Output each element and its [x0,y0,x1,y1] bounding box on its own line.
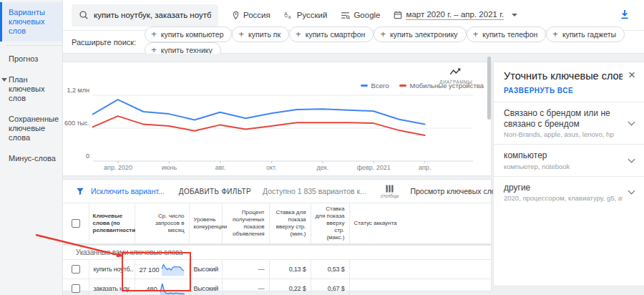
location-pin-icon [232,11,240,20]
expand-all-link[interactable]: РАЗВЕРНУТЬ ВСЕ [494,87,644,102]
volume-cell: 27 100 [135,260,189,279]
x-tick-label: июнь [162,164,177,171]
refine-group-title: другие [504,183,623,193]
filter-funnel-icon[interactable] [76,187,84,195]
columns-label: столбцы [381,193,399,198]
trend-chart [92,90,473,170]
keyword-planner-app: Варианты ключевых словПрогнозПлан ключев… [0,0,644,295]
exclude-variants-link[interactable]: Исключить вариант... [91,187,165,195]
vertical-scrollbar[interactable] [487,57,491,120]
column-header[interactable]: Уровень конкуренции [189,203,222,245]
sidebar-item-keyword-plan[interactable]: План ключевых слов [0,69,62,109]
legend-label: Всего [371,82,389,90]
network-selector[interactable]: Google [341,11,380,19]
sidebar-item-negative-keywords[interactable]: Минус-слова [0,148,62,169]
expand-chip[interactable]: +купить пк [232,26,289,42]
trend-chart-card: диаграммы ВсегоМобильные устройства 1,2 … [63,62,492,176]
filter-bar: Исключить вариант... ДОБАВИТЬ ФИЛЬТР Дос… [63,180,491,203]
expand-chip[interactable]: +купить гаджеты [546,26,625,42]
expand-chip[interactable]: +купить смартфон [289,26,374,42]
table-row: заказать ноу..480Высокий—0,22 $0,67 $ [63,279,491,295]
sidebar-divider [6,45,62,46]
row-checkbox[interactable] [72,284,80,293]
chart-legend: ВсегоМобильные устройства [361,82,484,90]
plus-icon: + [380,29,386,39]
date-range-selector[interactable]: март 2020 г. – апр. 2021 г. [394,10,517,20]
checkbox-cell [63,279,89,295]
location-selector[interactable]: Россия [232,11,270,20]
column-header[interactable]: Ставка для показа вверху стр. (мин.) [269,203,311,245]
refine-group-subtitle: компьютер, notebook [504,163,623,170]
chevron-down-icon [628,119,635,126]
keyword-cell: купить ноутб.. [89,260,135,279]
keywords-table-card: Исключить вариант... ДОБАВИТЬ ФИЛЬТР Дос… [63,179,492,291]
expand-chip[interactable]: +купить электронику [374,26,466,42]
y-tick-label: 600 тыс. [63,120,89,127]
legend-dash-icon [399,84,406,87]
refine-panel-title: Уточнить ключевые слова... [504,70,623,82]
volume-wrap: 480 [140,281,185,295]
column-header[interactable]: Статус аккаунта [349,203,491,245]
svg-text:A: A [284,11,288,17]
search-network-icon [341,11,350,19]
chip-label: купить технику [161,46,213,54]
plus-icon: + [296,29,301,39]
row-checkbox[interactable] [72,265,80,274]
legend-item[interactable]: Мобильные устройства [399,82,484,90]
x-tick-label: апр. [419,164,431,171]
sidebar-item-label: План ключевых слов [9,75,44,102]
expand-search-label: Расширьте поиск: [72,38,136,47]
search-input[interactable]: купить ноутбук, заказать ноутбук [72,4,218,26]
legend-item[interactable]: Всего [361,82,389,90]
x-tick-label: окт. [266,164,277,171]
column-header[interactable]: Ставка для показа вверху стр. (макс.) [311,203,349,245]
bid-high-cell: 0,67 $ [311,279,349,295]
legend-label: Мобильные устройства [410,82,484,90]
sidebar-item-saved-keywords[interactable]: Сохраненные ключевые слова [0,109,62,148]
language-selector[interactable]: Aa Русский [284,11,328,19]
plus-icon: + [552,29,558,39]
refine-group[interactable]: Связано с брендом или не связано с бренд… [494,102,644,144]
search-icon [79,10,88,20]
view-dropdown-label: Просмотр ключевых слов [410,187,499,195]
column-header[interactable]: Ключевые слова (по релевантности [89,203,135,245]
language-icon: Aa [284,11,293,19]
add-filter-button[interactable]: ДОБАВИТЬ ФИЛЬТР [179,188,251,195]
sidebar-item-forecast[interactable]: Прогноз [0,49,62,69]
section-row: Указанные вами ключевые слова [63,245,491,260]
impression-share-cell: — [222,260,269,279]
refine-keywords-panel: Уточнить ключевые слова... × РАЗВЕРНУТЬ … [493,62,644,286]
chart-x-axis: апр. 2020июньавг.окт.дек.февр. 2021апр. [92,164,473,173]
refine-group-subtitle: Non-Brands, apple, asus, lenovo, hp [504,130,623,138]
keywords-table: Ключевые слова (по релевантностиСр. числ… [63,203,491,295]
x-tick-label: февр. 2021 [357,164,391,171]
columns-button[interactable]: столбцы [381,185,399,198]
sidebar-item-keyword-ideas[interactable]: Варианты ключевых слов [0,2,62,42]
calendar-icon [394,11,402,19]
refine-group[interactable]: компьютеркомпьютер, notebook [494,144,644,176]
chip-label: купить электронику [390,30,458,39]
impression-share-cell: — [222,279,269,295]
refine-group[interactable]: другие2020, процессором, клавиатуру, g5,… [494,176,644,208]
expand-chip[interactable]: +купить компьютер [145,26,232,42]
volume-cell: 480 [135,279,189,295]
volume-wrap: 27 100 [140,261,185,277]
refine-group-title: компьютер [504,150,623,161]
expand-search-bar: Расширьте поиск: +купить компьютер+купит… [63,31,644,54]
close-icon[interactable]: × [628,69,635,81]
volume-sparkline [162,261,184,277]
refine-group-subtitle: 2020, процессором, клавиатуру, g5, avito [504,194,623,202]
column-header[interactable]: Процент полученных показов объявления [222,203,269,245]
bid-low-cell: 0,13 $ [269,260,311,279]
line-chart-icon [449,67,462,76]
volume-sparkline [160,281,185,295]
expand-chip[interactable]: +купить телефон [467,26,547,42]
column-header[interactable]: Ср. число запросов в месяц [135,203,189,245]
date-range-label: март 2020 г. – апр. 2021 г. [406,10,504,20]
select-all-checkbox[interactable] [72,219,80,228]
table-row: купить ноутб..27 100Высокий—0,13 $0,53 $ [63,260,491,279]
chevron-down-icon [628,188,635,195]
keyword-cell: заказать ноу.. [89,279,135,295]
sidebar-item-label: Прогноз [9,54,38,63]
download-button[interactable] [620,9,630,20]
